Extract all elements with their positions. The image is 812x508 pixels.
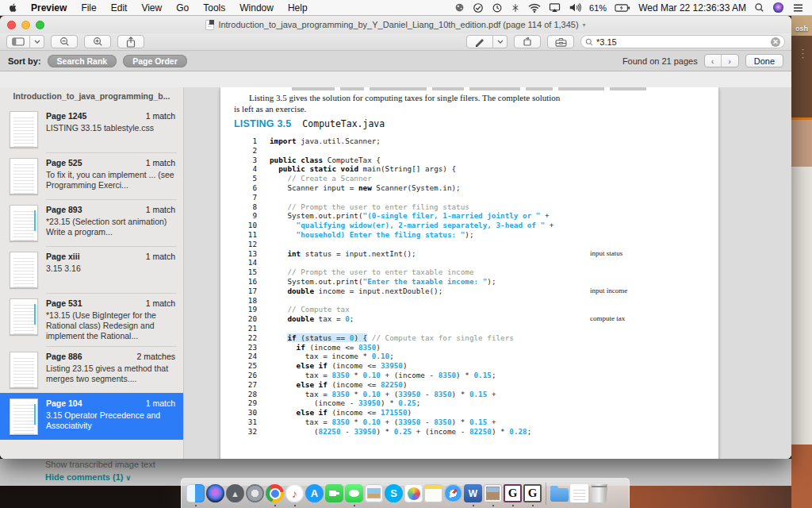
menu-item-help[interactable]: Help	[288, 2, 308, 13]
listing-number: LISTING 3.5	[234, 118, 291, 129]
markup-pen-button[interactable]	[466, 35, 493, 48]
airplay-display-icon[interactable]	[549, 2, 561, 13]
dock-icon-safari[interactable]	[443, 480, 463, 507]
search-input[interactable]: *3.15	[596, 37, 768, 47]
show-transcribed-link[interactable]: Show transcribed image text	[45, 460, 155, 469]
rotate-button[interactable]	[514, 35, 541, 48]
volume-icon[interactable]	[569, 2, 581, 13]
dock-icon-launchpad[interactable]: ▲	[225, 480, 245, 507]
search-result-item[interactable]: Page 5251 matchTo fix it, you can implem…	[0, 152, 183, 199]
pdf-content-area[interactable]: Listing 3.5 gives the solution for compu…	[184, 87, 791, 459]
search-result-item[interactable]: Page 1041 match3.15 Operator Precedence …	[0, 393, 183, 440]
spotlight-search-icon[interactable]	[754, 2, 764, 13]
desktop-disk-label[interactable]: osh	[795, 25, 808, 33]
dock-icon-skype[interactable]: S	[384, 480, 404, 507]
search-result-item[interactable]: Page 8862 matchesListing 23.15 gives a m…	[0, 346, 183, 393]
menu-item-edit[interactable]: Edit	[111, 2, 128, 13]
dock-icon-finder[interactable]	[186, 480, 205, 507]
code-line: 31 tax = 8350 * 0.10 + (33950 - 8350) * …	[232, 418, 714, 427]
dock-icon-facetime[interactable]	[324, 480, 344, 507]
search-rank-button[interactable]: Search Rank	[48, 55, 117, 67]
menu-item-file[interactable]: File	[81, 2, 96, 13]
code-line: 26 tax = 8350 * 0.10 + (income - 8350) *…	[232, 371, 714, 380]
result-match-count: 1 match	[146, 298, 175, 308]
markup-toolbox-button[interactable]	[547, 35, 574, 48]
crossing-icon[interactable]	[511, 2, 520, 13]
zoom-out-button[interactable]	[51, 35, 78, 48]
menu-item-view[interactable]: View	[141, 2, 162, 13]
code-line: 32 (82250 - 33950) * 0.25 + (income - 82…	[232, 427, 714, 437]
dock: ▲♪ASWGG	[181, 478, 630, 508]
battery-charging-icon[interactable]	[615, 3, 630, 13]
clear-search-icon[interactable]: ✕	[771, 37, 780, 47]
wifi-icon[interactable]	[528, 3, 541, 13]
close-button[interactable]	[7, 21, 16, 29]
menu-item-window[interactable]: Window	[239, 2, 274, 13]
code-line: 27 else if (income <= 82250)	[232, 380, 714, 390]
sidebar-view-chevron[interactable]	[30, 35, 44, 48]
dock-icon-word[interactable]: W	[463, 480, 483, 507]
search-result-item[interactable]: Page 5311 match*13.15 (Use BigInteger fo…	[0, 293, 183, 346]
menu-item-go[interactable]: Go	[176, 2, 189, 13]
notification-center-icon[interactable]	[792, 3, 804, 13]
running-indicator-dot	[492, 505, 494, 506]
minimize-button[interactable]	[21, 21, 30, 29]
zoom-in-button[interactable]	[84, 35, 111, 48]
dock-icon-photos[interactable]	[404, 480, 423, 507]
dock-icon-preview[interactable]	[364, 480, 384, 507]
search-field[interactable]: *3.15 ✕	[580, 35, 785, 48]
running-indicator-dot	[274, 505, 276, 506]
preview-window: Introduction_to_java_programming_by_Y_Da…	[0, 16, 791, 459]
dock-icon-messages[interactable]	[344, 480, 364, 507]
page-thumbnail	[10, 158, 38, 194]
code-line: 15 // Prompt the user to enter taxable i…	[232, 267, 714, 277]
search-result-item[interactable]: Page 12451 matchLISTING 33.15 tablestyle…	[0, 106, 183, 152]
share-button[interactable]	[117, 35, 144, 48]
search-result-item[interactable]: Page 8931 match*23.15 (Selection sort an…	[0, 199, 183, 246]
result-snippet: Listing 23.15 gives a method that merges…	[46, 364, 175, 384]
result-page-number: Page 893	[46, 205, 82, 214]
running-indicator-dot	[473, 505, 474, 506]
search-result-item[interactable]: Page xiii1 match3.15 3.16	[0, 246, 183, 293]
dock-icon-app-store[interactable]: A	[304, 480, 324, 507]
title-chevron-icon[interactable]: ▾	[583, 21, 586, 29]
dock-icon-g-app-1[interactable]: G	[503, 480, 523, 507]
page-order-button[interactable]: Page Order	[123, 55, 187, 67]
siri-icon[interactable]	[772, 2, 784, 13]
search-results-list: Page 12451 matchLISTING 33.15 tablestyle…	[0, 106, 183, 440]
menu-items: PreviewFileEditViewGoToolsWindowHelp	[31, 2, 322, 13]
result-match-count: 1 match	[146, 205, 175, 214]
title-bar[interactable]: Introduction_to_java_programming_by_Y_Da…	[0, 16, 791, 33]
dock-icon-downloads-folder[interactable]	[550, 480, 569, 507]
apple-logo-icon[interactable]	[8, 2, 18, 13]
dock-icon-trash[interactable]	[589, 480, 609, 507]
menu-item-preview[interactable]: Preview	[31, 2, 67, 13]
dock-icon-g-app-2[interactable]: G	[523, 480, 542, 507]
code-line: 23 if (income <= 8350)	[232, 343, 714, 352]
dock-icon-siri[interactable]	[205, 480, 225, 507]
margin-note: input income	[590, 287, 627, 296]
markup-pen-chevron[interactable]	[493, 35, 508, 48]
dock-icon-mail[interactable]	[483, 480, 503, 507]
sidebar-view-button[interactable]	[6, 35, 30, 48]
done-button[interactable]: Done	[745, 54, 783, 67]
running-indicator-dot	[532, 505, 534, 506]
check-circle-icon[interactable]	[473, 2, 484, 13]
code-line: 3public class ComputeTax {	[232, 156, 714, 165]
dock-icon-chrome[interactable]	[265, 480, 285, 507]
next-match-button[interactable]: ›	[722, 55, 738, 67]
dock-icon-system-preferences[interactable]	[245, 480, 265, 507]
time-machine-icon[interactable]	[492, 2, 503, 13]
code-block: 1import java.util.Scanner;23public class…	[232, 137, 714, 437]
orb-icon[interactable]	[454, 2, 465, 13]
window-title: Introduction_to_java_programming_by_Y_Da…	[205, 20, 585, 30]
menubar-clock[interactable]: Wed Mar 22 12:36:33 AM	[638, 2, 746, 13]
dock-icon-itunes[interactable]: ♪	[285, 480, 304, 507]
hide-comments-link[interactable]: Hide comments (1) ∨	[45, 472, 131, 482]
code-line: 10 "qualifying widow(er), 2-married sepa…	[232, 221, 714, 230]
menu-item-tools[interactable]: Tools	[203, 2, 225, 13]
dock-icon-documents-stack[interactable]	[569, 480, 589, 507]
previous-match-button[interactable]: ‹	[705, 55, 722, 67]
dock-icon-notes[interactable]	[423, 480, 443, 507]
zoom-button[interactable]	[36, 21, 44, 29]
